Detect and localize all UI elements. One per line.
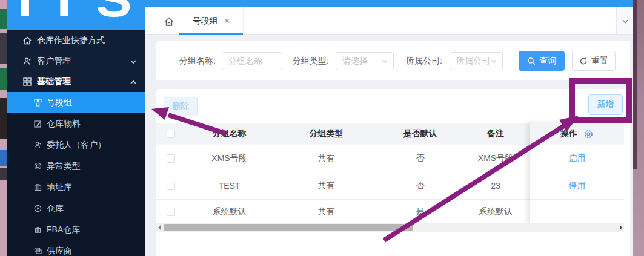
sidebar-item-warehouse-material[interactable]: 仓库物料 bbox=[7, 113, 145, 134]
sidebar-item-supplier[interactable]: 供应商 bbox=[7, 240, 145, 256]
scroll-right-arrow[interactable] bbox=[620, 225, 622, 230]
table-panel: 删除 新增 分组名称 分组类型 是否默认 备注 XMS号段 共有 否 XMS号段… bbox=[156, 89, 630, 256]
sidebar-submenu-basic-mgmt: 号段组 仓库物料 委托人（客户） 异常类型 bbox=[7, 92, 145, 256]
reset-button[interactable]: 重置 bbox=[572, 51, 616, 71]
scroll-left-arrow[interactable] bbox=[158, 225, 161, 230]
enable-link[interactable]: 启用 bbox=[569, 153, 586, 164]
group-type-select[interactable]: 请选择 bbox=[336, 52, 394, 70]
cell-remark: XMS号段 bbox=[461, 153, 530, 164]
row-checkbox[interactable] bbox=[167, 154, 175, 163]
sidebar-item-label: 委托人（客户） bbox=[47, 140, 106, 151]
desktop-icon-fragment bbox=[0, 68, 7, 90]
sidebar-item-consignor[interactable]: 委托人（客户） bbox=[7, 134, 145, 156]
sidebar-item-customer-mgmt[interactable]: 客户管理 bbox=[7, 51, 145, 71]
sidebar-item-basic-mgmt[interactable]: 基础管理 bbox=[7, 71, 145, 92]
row-checkbox[interactable] bbox=[167, 182, 175, 190]
sidebar-item-warehouse[interactable]: 仓库 bbox=[7, 198, 145, 219]
sidebar: ITS 仓库作业快捷方式 客户管理 基础管理 bbox=[7, 0, 145, 256]
chevron-down-icon bbox=[490, 57, 497, 65]
sidebar-item-label: 地址库 bbox=[47, 182, 72, 193]
bank-icon bbox=[33, 226, 42, 234]
customer-icon bbox=[22, 56, 32, 66]
sidebar-item-exception-type[interactable]: 异常类型 bbox=[7, 156, 145, 177]
sidebar-item-label: 仓库物料 bbox=[47, 119, 81, 130]
refresh-icon bbox=[579, 57, 588, 65]
grid-icon bbox=[22, 77, 32, 87]
chevron-down-icon bbox=[621, 17, 629, 25]
operation-header: 操作 bbox=[530, 123, 624, 145]
desktop-edge-left bbox=[0, 0, 7, 256]
desktop-icon-fragment bbox=[0, 9, 7, 29]
app-logo: ITS bbox=[7, 0, 145, 30]
sidebar-item-label: FBA仓库 bbox=[47, 225, 80, 235]
cell-default: 是 bbox=[379, 206, 461, 217]
sidebar-item-label: 号段组 bbox=[47, 97, 72, 108]
sidebar-item-warehouse-shortcuts[interactable]: 仓库作业快捷方式 bbox=[7, 30, 145, 51]
cell-name: TEST bbox=[185, 181, 273, 191]
edit-icon bbox=[33, 120, 42, 128]
home-tab-button[interactable] bbox=[162, 15, 176, 28]
cell-default: 否 bbox=[379, 180, 461, 191]
screen: { "colors": { "accent_blue": "#2196f3", … bbox=[0, 0, 644, 256]
address-grid-icon bbox=[33, 183, 42, 192]
app-logo-text: ITS bbox=[18, 0, 145, 28]
sidebar-item-label: 仓库作业快捷方式 bbox=[37, 35, 105, 46]
main-area: 号段组 × 分组名称: 分组类型: 请选择 所属公司: 所属公司 查询 重置 bbox=[145, 0, 633, 256]
tab-list-dropdown-button[interactable] bbox=[616, 7, 633, 34]
sidebar-item-address-library[interactable]: 地址库 bbox=[7, 177, 145, 198]
gear-icon[interactable] bbox=[583, 129, 594, 139]
fixed-operation-column: 操作 启用 停用 bbox=[530, 123, 624, 225]
delete-button[interactable]: 删除 bbox=[164, 97, 198, 116]
sidebar-item-label: 基础管理 bbox=[37, 76, 71, 87]
tab-bar: 号段组 × bbox=[145, 7, 633, 35]
desktop-icon-fragment bbox=[0, 150, 7, 166]
active-tab-underline bbox=[179, 33, 243, 35]
filter-divider bbox=[508, 47, 508, 74]
select-placeholder: 所属公司 bbox=[456, 56, 490, 67]
cell-type: 共有 bbox=[273, 206, 379, 217]
cell-type: 共有 bbox=[273, 153, 379, 164]
company-select[interactable]: 所属公司 bbox=[450, 52, 503, 70]
col-header-remark: 备注 bbox=[461, 128, 530, 139]
cell-remark: 系统默认 bbox=[461, 206, 530, 217]
scrollbar-thumb[interactable] bbox=[164, 224, 413, 231]
tab-number-segment-group[interactable]: 号段组 × bbox=[179, 7, 244, 35]
tab-close-icon[interactable]: × bbox=[224, 16, 230, 26]
supplier-boxes-icon bbox=[33, 247, 42, 255]
chevron-down-icon bbox=[381, 57, 388, 65]
group-name-input[interactable] bbox=[222, 52, 282, 70]
filter-type-label: 分组类型: bbox=[293, 41, 329, 80]
cell-remark: 23 bbox=[461, 181, 530, 191]
select-placeholder: 请选择 bbox=[342, 56, 368, 67]
filter-company-label: 所属公司: bbox=[406, 41, 442, 80]
filter-panel: 分组名称: 分组类型: 请选择 所属公司: 所属公司 查询 重置 bbox=[156, 41, 630, 80]
row-checkbox[interactable] bbox=[167, 208, 175, 216]
top-header-strip bbox=[145, 0, 633, 7]
cell-name: XMS号段 bbox=[185, 153, 273, 164]
circled-exception-icon bbox=[33, 162, 42, 171]
cell-name: 系统默认 bbox=[185, 206, 273, 217]
desktop-icon-fragment bbox=[0, 98, 7, 139]
add-button[interactable]: 新增 bbox=[588, 94, 623, 115]
sidebar-menu: 仓库作业快捷方式 客户管理 基础管理 号段 bbox=[7, 30, 145, 256]
search-button[interactable]: 查询 bbox=[519, 51, 565, 71]
search-icon bbox=[527, 57, 536, 65]
sidebar-item-label: 客户管理 bbox=[37, 56, 71, 67]
cell-default: 否 bbox=[379, 153, 461, 164]
desktop-icon-fragment bbox=[0, 168, 7, 180]
desktop-edge-right bbox=[633, 0, 644, 256]
filter-name-label: 分组名称: bbox=[179, 41, 216, 80]
desktop-icon-fragment bbox=[0, 33, 7, 64]
col-header-name: 分组名称 bbox=[185, 128, 273, 139]
disable-link[interactable]: 停用 bbox=[569, 180, 586, 191]
play-circle-icon bbox=[33, 205, 42, 213]
sidebar-item-label: 仓库 bbox=[47, 203, 64, 214]
horizontal-scrollbar[interactable] bbox=[156, 223, 624, 232]
home-icon bbox=[22, 36, 32, 45]
sidebar-item-label: 异常类型 bbox=[47, 161, 81, 172]
sidebar-item-fba-warehouse[interactable]: FBA仓库 bbox=[7, 219, 145, 240]
chevron-up-icon bbox=[130, 78, 137, 85]
sidebar-item-number-segment-group[interactable]: 号段组 bbox=[7, 92, 145, 113]
select-all-checkbox[interactable] bbox=[167, 130, 175, 138]
col-header-default: 是否默认 bbox=[379, 128, 461, 139]
